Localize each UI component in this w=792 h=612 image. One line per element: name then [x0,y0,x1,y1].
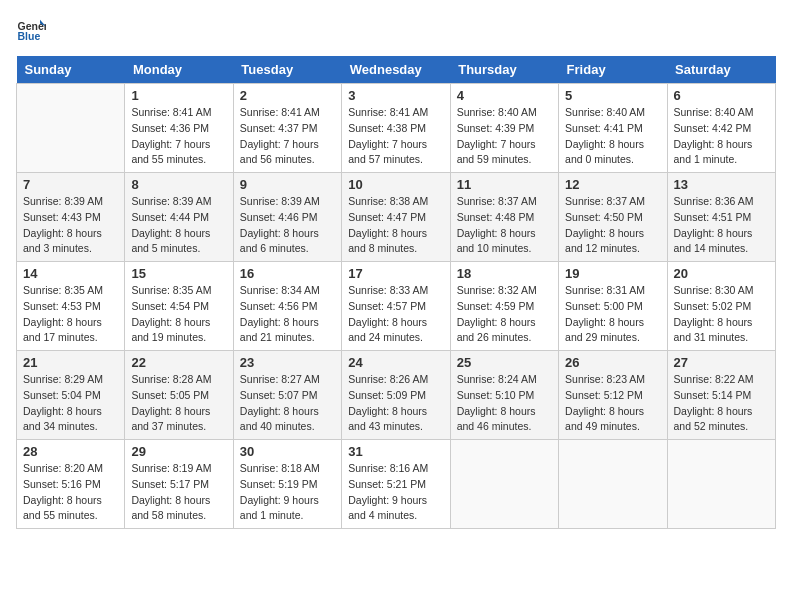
day-info: Sunrise: 8:22 AM Sunset: 5:14 PM Dayligh… [674,372,769,435]
day-info: Sunrise: 8:19 AM Sunset: 5:17 PM Dayligh… [131,461,226,524]
day-number: 30 [240,444,335,459]
calendar-body: 1Sunrise: 8:41 AM Sunset: 4:36 PM Daylig… [17,84,776,529]
calendar-cell: 23Sunrise: 8:27 AM Sunset: 5:07 PM Dayli… [233,351,341,440]
day-number: 19 [565,266,660,281]
day-number: 17 [348,266,443,281]
day-info: Sunrise: 8:26 AM Sunset: 5:09 PM Dayligh… [348,372,443,435]
day-number: 1 [131,88,226,103]
day-info: Sunrise: 8:39 AM Sunset: 4:43 PM Dayligh… [23,194,118,257]
calendar-week-0: 1Sunrise: 8:41 AM Sunset: 4:36 PM Daylig… [17,84,776,173]
day-number: 26 [565,355,660,370]
day-number: 22 [131,355,226,370]
day-number: 28 [23,444,118,459]
calendar-week-4: 28Sunrise: 8:20 AM Sunset: 5:16 PM Dayli… [17,440,776,529]
calendar-cell: 15Sunrise: 8:35 AM Sunset: 4:54 PM Dayli… [125,262,233,351]
day-number: 16 [240,266,335,281]
calendar-week-1: 7Sunrise: 8:39 AM Sunset: 4:43 PM Daylig… [17,173,776,262]
calendar-cell: 9Sunrise: 8:39 AM Sunset: 4:46 PM Daylig… [233,173,341,262]
calendar-cell: 3Sunrise: 8:41 AM Sunset: 4:38 PM Daylig… [342,84,450,173]
day-number: 15 [131,266,226,281]
day-info: Sunrise: 8:35 AM Sunset: 4:53 PM Dayligh… [23,283,118,346]
day-number: 9 [240,177,335,192]
day-info: Sunrise: 8:41 AM Sunset: 4:36 PM Dayligh… [131,105,226,168]
weekday-sunday: Sunday [17,56,125,84]
svg-text:Blue: Blue [18,30,41,42]
calendar-cell: 8Sunrise: 8:39 AM Sunset: 4:44 PM Daylig… [125,173,233,262]
calendar-cell: 10Sunrise: 8:38 AM Sunset: 4:47 PM Dayli… [342,173,450,262]
weekday-friday: Friday [559,56,667,84]
weekday-saturday: Saturday [667,56,775,84]
day-info: Sunrise: 8:40 AM Sunset: 4:39 PM Dayligh… [457,105,552,168]
calendar-cell: 26Sunrise: 8:23 AM Sunset: 5:12 PM Dayli… [559,351,667,440]
calendar-cell: 22Sunrise: 8:28 AM Sunset: 5:05 PM Dayli… [125,351,233,440]
calendar-cell: 25Sunrise: 8:24 AM Sunset: 5:10 PM Dayli… [450,351,558,440]
day-number: 12 [565,177,660,192]
day-number: 6 [674,88,769,103]
weekday-wednesday: Wednesday [342,56,450,84]
weekday-monday: Monday [125,56,233,84]
day-info: Sunrise: 8:23 AM Sunset: 5:12 PM Dayligh… [565,372,660,435]
day-info: Sunrise: 8:32 AM Sunset: 4:59 PM Dayligh… [457,283,552,346]
calendar-cell: 4Sunrise: 8:40 AM Sunset: 4:39 PM Daylig… [450,84,558,173]
calendar-cell [559,440,667,529]
day-info: Sunrise: 8:27 AM Sunset: 5:07 PM Dayligh… [240,372,335,435]
day-info: Sunrise: 8:16 AM Sunset: 5:21 PM Dayligh… [348,461,443,524]
day-info: Sunrise: 8:30 AM Sunset: 5:02 PM Dayligh… [674,283,769,346]
calendar-cell: 24Sunrise: 8:26 AM Sunset: 5:09 PM Dayli… [342,351,450,440]
day-number: 21 [23,355,118,370]
calendar-cell: 6Sunrise: 8:40 AM Sunset: 4:42 PM Daylig… [667,84,775,173]
calendar-cell: 21Sunrise: 8:29 AM Sunset: 5:04 PM Dayli… [17,351,125,440]
day-number: 7 [23,177,118,192]
weekday-tuesday: Tuesday [233,56,341,84]
day-number: 3 [348,88,443,103]
day-number: 4 [457,88,552,103]
day-number: 10 [348,177,443,192]
day-info: Sunrise: 8:24 AM Sunset: 5:10 PM Dayligh… [457,372,552,435]
calendar-cell: 17Sunrise: 8:33 AM Sunset: 4:57 PM Dayli… [342,262,450,351]
calendar-cell [450,440,558,529]
day-number: 23 [240,355,335,370]
day-info: Sunrise: 8:39 AM Sunset: 4:44 PM Dayligh… [131,194,226,257]
calendar-cell: 13Sunrise: 8:36 AM Sunset: 4:51 PM Dayli… [667,173,775,262]
calendar-cell: 19Sunrise: 8:31 AM Sunset: 5:00 PM Dayli… [559,262,667,351]
day-info: Sunrise: 8:37 AM Sunset: 4:50 PM Dayligh… [565,194,660,257]
day-number: 11 [457,177,552,192]
calendar-table: SundayMondayTuesdayWednesdayThursdayFrid… [16,56,776,529]
day-info: Sunrise: 8:40 AM Sunset: 4:41 PM Dayligh… [565,105,660,168]
calendar-week-3: 21Sunrise: 8:29 AM Sunset: 5:04 PM Dayli… [17,351,776,440]
calendar-cell: 28Sunrise: 8:20 AM Sunset: 5:16 PM Dayli… [17,440,125,529]
day-number: 13 [674,177,769,192]
logo: General Blue [16,16,46,46]
calendar-cell: 1Sunrise: 8:41 AM Sunset: 4:36 PM Daylig… [125,84,233,173]
calendar-cell: 2Sunrise: 8:41 AM Sunset: 4:37 PM Daylig… [233,84,341,173]
calendar-cell: 20Sunrise: 8:30 AM Sunset: 5:02 PM Dayli… [667,262,775,351]
calendar-cell: 31Sunrise: 8:16 AM Sunset: 5:21 PM Dayli… [342,440,450,529]
day-number: 20 [674,266,769,281]
day-info: Sunrise: 8:35 AM Sunset: 4:54 PM Dayligh… [131,283,226,346]
day-number: 31 [348,444,443,459]
day-info: Sunrise: 8:37 AM Sunset: 4:48 PM Dayligh… [457,194,552,257]
calendar-cell: 30Sunrise: 8:18 AM Sunset: 5:19 PM Dayli… [233,440,341,529]
weekday-header-row: SundayMondayTuesdayWednesdayThursdayFrid… [17,56,776,84]
day-number: 27 [674,355,769,370]
calendar-cell: 11Sunrise: 8:37 AM Sunset: 4:48 PM Dayli… [450,173,558,262]
calendar-cell: 14Sunrise: 8:35 AM Sunset: 4:53 PM Dayli… [17,262,125,351]
day-info: Sunrise: 8:38 AM Sunset: 4:47 PM Dayligh… [348,194,443,257]
calendar-cell: 27Sunrise: 8:22 AM Sunset: 5:14 PM Dayli… [667,351,775,440]
day-info: Sunrise: 8:41 AM Sunset: 4:38 PM Dayligh… [348,105,443,168]
calendar-cell: 5Sunrise: 8:40 AM Sunset: 4:41 PM Daylig… [559,84,667,173]
day-info: Sunrise: 8:41 AM Sunset: 4:37 PM Dayligh… [240,105,335,168]
calendar-cell: 16Sunrise: 8:34 AM Sunset: 4:56 PM Dayli… [233,262,341,351]
day-number: 18 [457,266,552,281]
day-info: Sunrise: 8:39 AM Sunset: 4:46 PM Dayligh… [240,194,335,257]
calendar-cell: 29Sunrise: 8:19 AM Sunset: 5:17 PM Dayli… [125,440,233,529]
day-info: Sunrise: 8:18 AM Sunset: 5:19 PM Dayligh… [240,461,335,524]
logo-icon: General Blue [16,16,46,46]
calendar-week-2: 14Sunrise: 8:35 AM Sunset: 4:53 PM Dayli… [17,262,776,351]
calendar-cell [667,440,775,529]
day-number: 2 [240,88,335,103]
day-info: Sunrise: 8:28 AM Sunset: 5:05 PM Dayligh… [131,372,226,435]
day-number: 29 [131,444,226,459]
day-info: Sunrise: 8:34 AM Sunset: 4:56 PM Dayligh… [240,283,335,346]
day-number: 25 [457,355,552,370]
